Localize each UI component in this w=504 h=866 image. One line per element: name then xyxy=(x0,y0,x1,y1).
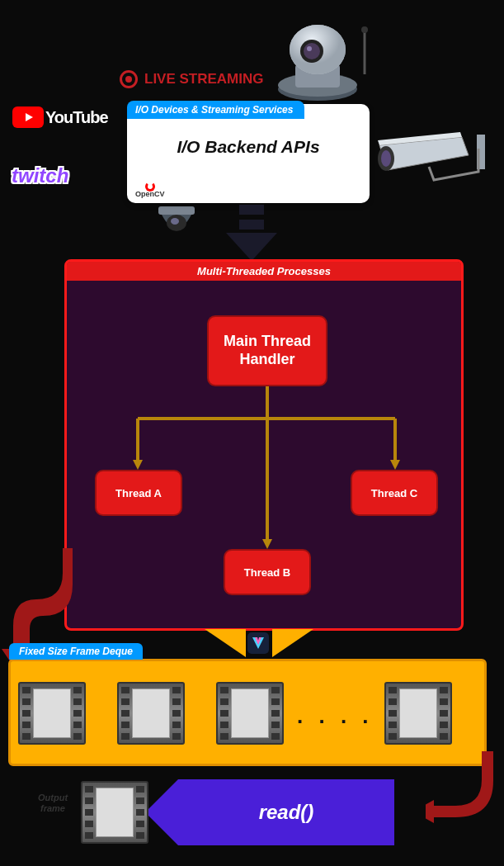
output-frame-label: Outputframe xyxy=(38,793,68,814)
multithreaded-box: Multi-Threaded Processes Main Thread Han… xyxy=(64,259,464,631)
twitch-logo: twitch xyxy=(12,164,68,187)
film-frame-icon xyxy=(18,682,86,745)
funnel-right xyxy=(272,629,313,657)
io-title: I/O Backend APIs xyxy=(127,137,370,157)
svg-point-15 xyxy=(171,218,179,225)
thread-b: Thread B xyxy=(224,549,311,595)
dome-camera-icon xyxy=(155,206,198,241)
svg-marker-18 xyxy=(226,233,277,261)
v-logo-icon xyxy=(247,632,269,654)
thread-c: Thread C xyxy=(351,470,438,516)
svg-point-8 xyxy=(304,43,320,59)
youtube-play-icon xyxy=(12,106,44,128)
record-icon xyxy=(120,70,138,88)
film-frame-icon xyxy=(384,682,452,745)
mt-header: Multi-Threaded Processes xyxy=(67,262,461,281)
deque-tab: Fixed Size Frame Deque xyxy=(9,643,143,660)
io-tab: I/O Devices & Streaming Services xyxy=(127,101,304,119)
svg-point-1 xyxy=(361,26,368,33)
thread-a: Thread A xyxy=(95,470,182,516)
svg-rect-13 xyxy=(158,206,195,215)
live-streaming-text: LIVE STREAMING xyxy=(144,71,264,88)
opencv-logo: OpenCV xyxy=(135,182,165,198)
youtube-logo: YouTube xyxy=(12,106,108,128)
svg-rect-17 xyxy=(239,220,264,230)
live-streaming-badge: LIVE STREAMING xyxy=(120,70,264,88)
svg-marker-24 xyxy=(390,460,400,470)
read-function-box: read() xyxy=(178,779,394,845)
film-frame-icon xyxy=(216,682,284,745)
svg-rect-16 xyxy=(239,205,264,215)
io-backend-box: I/O Devices & Streaming Services I/O Bac… xyxy=(127,104,370,203)
main-thread-handler: Main Thread Handler xyxy=(207,315,327,386)
svg-marker-26 xyxy=(262,539,272,549)
film-frame-icon xyxy=(117,682,185,745)
svg-point-12 xyxy=(381,150,391,167)
funnel-left xyxy=(205,629,246,657)
svg-marker-29 xyxy=(426,800,434,823)
svg-point-9 xyxy=(307,46,312,51)
opencv-text: OpenCV xyxy=(135,190,165,198)
cctv-camera-icon xyxy=(371,130,491,188)
read-text: read() xyxy=(259,801,314,824)
arrow-io-to-mt xyxy=(216,205,287,263)
svg-marker-22 xyxy=(133,460,143,470)
arrow-deque-to-read xyxy=(426,751,504,842)
ptz-camera-icon xyxy=(272,17,371,103)
output-film-frame-icon xyxy=(81,781,148,844)
ellipsis: . . . . xyxy=(297,703,374,729)
